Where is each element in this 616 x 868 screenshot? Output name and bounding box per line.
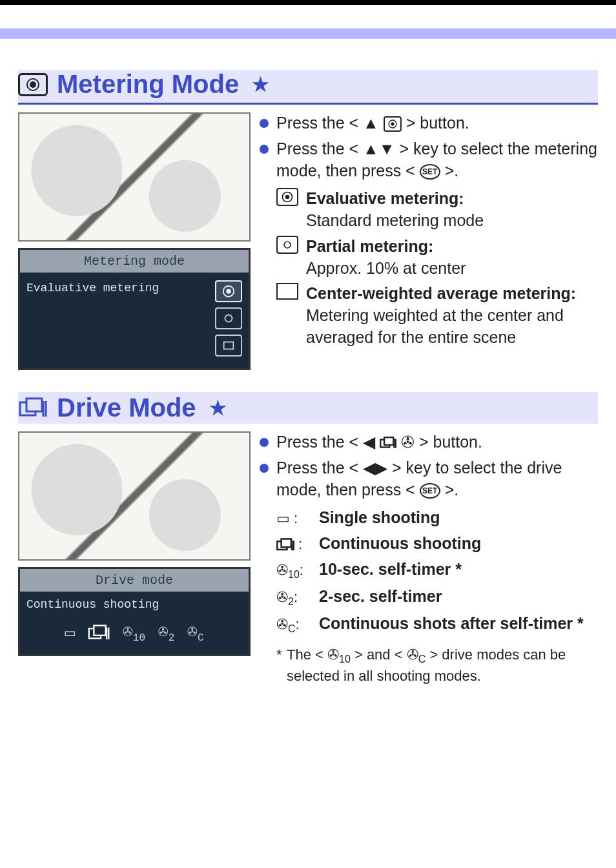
drive-dial-diagram	[18, 431, 251, 561]
metering-steps: Press the < ▲ > button. Press the < ▲▼ >…	[260, 112, 598, 181]
metering-lcd-selected: Evaluative metering	[26, 280, 159, 294]
drive-mode-timer2: ✇2: 2-sec. self-timer	[276, 586, 598, 609]
top-black-bar	[0, 0, 616, 5]
continuous-shooting-icon	[18, 397, 48, 420]
drive-mode-name: Single shooting	[319, 507, 440, 529]
drive-mode-name: Continuous shots after self-timer *	[319, 613, 584, 635]
text: Press the <	[276, 140, 358, 158]
drive-step-1: Press the < ◀ ✇ > button.	[260, 431, 598, 453]
heading-drive-title: Drive Mode	[57, 393, 196, 422]
svg-rect-12	[26, 398, 42, 411]
svg-point-2	[226, 289, 231, 293]
heading-metering-title: Metering Mode	[57, 70, 239, 99]
svg-point-6	[391, 123, 394, 126]
metering-left-col: Metering mode Evaluative metering	[18, 112, 251, 370]
lcd-timerC-icon: ✇C	[187, 621, 203, 644]
single-icon: ▭ :	[276, 509, 311, 528]
text: 10	[339, 654, 351, 665]
mode-desc: Approx. 10% at center	[306, 259, 466, 277]
text: The <	[287, 646, 323, 663]
timer2-icon: ✇2:	[276, 588, 311, 609]
header-purple-bar	[0, 28, 616, 39]
star-icon: ★	[252, 73, 269, 96]
content-area: Metering Mode ★ Metering mode Evaluative…	[0, 39, 616, 701]
mode-desc: Metering weighted at the center and aver…	[306, 306, 564, 346]
lcd-center-weighted-icon	[215, 335, 242, 356]
partial-icon	[276, 236, 298, 254]
svg-rect-20	[384, 438, 393, 446]
metering-section-body: Metering mode Evaluative metering	[18, 112, 598, 370]
text: Press the <	[276, 459, 358, 477]
svg-point-4	[225, 315, 232, 322]
text: > and <	[354, 646, 403, 663]
mode-text: Evaluative metering: Standard metering m…	[306, 188, 484, 232]
drive-mode-continuous: : Continuous shooting	[276, 533, 598, 555]
star-icon: ★	[209, 397, 227, 419]
metering-step-2: Press the < ▲▼ > key to select the meter…	[260, 138, 598, 182]
metering-lcd-body: Evaluative metering	[20, 273, 249, 368]
drive-mode-name: 10-sec. self-timer *	[319, 559, 462, 581]
heading-drive-mode: Drive Mode ★	[18, 392, 598, 424]
text: > button.	[406, 114, 469, 132]
drive-lcd: Drive mode Continuous shooting ▭ ✇10 ✇2 …	[18, 567, 251, 656]
text: > drive modes can be selected in all sho…	[287, 646, 566, 684]
metering-dial-diagram	[18, 112, 251, 242]
drive-mode-timerC: ✇C: Continuous shots after self-timer *	[276, 613, 598, 636]
mode-text: Partial metering: Approx. 10% at center	[306, 236, 466, 280]
text: Press the <	[276, 114, 358, 132]
text: > button.	[419, 433, 482, 451]
lcd-evaluative-icon	[215, 280, 242, 302]
svg-rect-5	[224, 342, 234, 349]
metering-lcd-icons	[215, 280, 242, 356]
drive-mode-name: 2-sec. self-timer	[319, 586, 442, 608]
drive-footnote: The < ✇10 > and < ✇C > drive modes can b…	[276, 645, 598, 686]
evaluative-icon	[276, 188, 298, 206]
drive-mode-list: ▭ : Single shooting : Continuous shootin…	[276, 507, 598, 636]
svg-point-0	[30, 81, 36, 88]
drive-section-body: Drive mode Continuous shooting ▭ ✇10 ✇2 …	[18, 431, 598, 685]
drive-lcd-selected: Continuous shooting	[26, 598, 242, 611]
svg-rect-24	[282, 539, 291, 548]
svg-rect-16	[94, 625, 105, 635]
page: Metering Mode ★ Metering mode Evaluative…	[0, 0, 616, 701]
timer10-icon: ✇10:	[276, 561, 311, 582]
lcd-partial-icon	[215, 307, 242, 329]
svg-point-10	[284, 242, 291, 248]
drive-button-continuous-icon	[380, 437, 396, 450]
drive-step-2: Press the < ◀▶ > key to select the drive…	[260, 457, 598, 501]
set-button-icon: SET	[420, 164, 440, 180]
continuous-icon: :	[276, 535, 311, 554]
mode-center-weighted: Center-weighted average metering: Meteri…	[276, 283, 598, 348]
metering-step-1: Press the < ▲ > button.	[260, 112, 598, 134]
mode-name: Center-weighted average metering:	[306, 284, 576, 302]
metering-right-col: Press the < ▲ > button. Press the < ▲▼ >…	[260, 112, 598, 353]
drive-left-col: Drive mode Continuous shooting ▭ ✇10 ✇2 …	[18, 431, 251, 656]
text: Press the <	[276, 433, 358, 451]
timerC-icon: ✇C:	[276, 615, 311, 636]
metering-lcd-title: Metering mode	[20, 250, 249, 273]
drive-lcd-body: Continuous shooting ▭ ✇10 ✇2 ✇C	[20, 592, 249, 654]
center-weighted-icon	[276, 283, 298, 300]
mode-name: Evaluative metering:	[306, 189, 464, 207]
heading-metering-mode: Metering Mode ★	[18, 70, 598, 105]
lcd-single-icon: ▭	[65, 623, 75, 643]
text: C	[418, 654, 426, 665]
text: >.	[445, 480, 459, 499]
lcd-timer10-icon: ✇10	[123, 621, 145, 644]
svg-point-8	[285, 195, 290, 200]
mode-evaluative: Evaluative metering: Standard metering m…	[276, 188, 598, 232]
mode-text: Center-weighted average metering: Meteri…	[306, 283, 598, 348]
set-button-icon: SET	[420, 483, 440, 499]
drive-mode-single: ▭ : Single shooting	[276, 507, 598, 529]
metering-lcd: Metering mode Evaluative metering	[18, 248, 251, 370]
mode-desc: Standard metering mode	[306, 211, 484, 229]
drive-mode-timer10: ✇10: 10-sec. self-timer *	[276, 559, 598, 582]
lcd-continuous-icon	[88, 625, 110, 641]
metering-mode-list: Evaluative metering: Standard metering m…	[276, 188, 598, 348]
drive-mode-name: Continuous shooting	[319, 533, 481, 555]
drive-steps: Press the < ◀ ✇ > button. Press the < ◀▶…	[260, 431, 598, 501]
metering-mode-icon	[18, 73, 48, 96]
text: >.	[445, 161, 459, 180]
drive-right-col: Press the < ◀ ✇ > button. Press the < ◀▶…	[260, 431, 598, 685]
mode-partial: Partial metering: Approx. 10% at center	[276, 236, 598, 280]
